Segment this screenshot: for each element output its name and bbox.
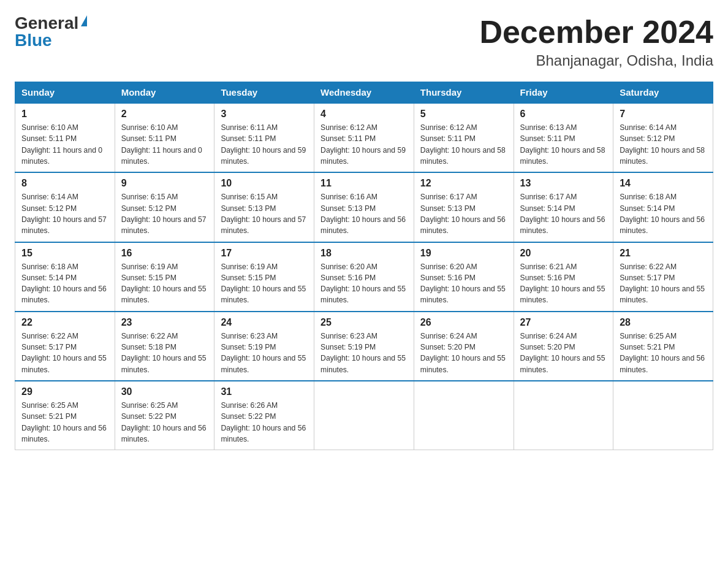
day-info: Sunrise: 6:24 AMSunset: 5:20 PMDaylight:…: [520, 331, 607, 375]
calendar-week-row: 22 Sunrise: 6:22 AMSunset: 5:17 PMDaylig…: [15, 312, 713, 381]
day-info: Sunrise: 6:22 AMSunset: 5:17 PMDaylight:…: [620, 261, 707, 306]
weekday-header-tuesday: Tuesday: [214, 82, 314, 104]
day-number: 25: [320, 317, 408, 328]
day-info: Sunrise: 6:14 AMSunset: 5:12 PMDaylight:…: [21, 191, 108, 236]
day-number: 15: [21, 248, 108, 259]
day-info: Sunrise: 6:26 AMSunset: 5:22 PMDaylight:…: [221, 400, 308, 445]
day-number: 10: [221, 178, 308, 189]
day-info: Sunrise: 6:15 AMSunset: 5:13 PMDaylight:…: [221, 191, 308, 236]
calendar-cell: 7 Sunrise: 6:14 AMSunset: 5:12 PMDayligh…: [613, 103, 713, 172]
day-info: Sunrise: 6:15 AMSunset: 5:12 PMDaylight:…: [121, 191, 208, 236]
day-number: 17: [221, 248, 308, 259]
day-number: 28: [620, 317, 707, 328]
calendar-cell: 25 Sunrise: 6:23 AMSunset: 5:19 PMDaylig…: [314, 312, 414, 381]
logo-general-text: General: [15, 15, 78, 32]
calendar-cell: 14 Sunrise: 6:18 AMSunset: 5:14 PMDaylig…: [613, 172, 713, 242]
calendar-cell: 6 Sunrise: 6:13 AMSunset: 5:11 PMDayligh…: [514, 103, 613, 172]
day-number: 26: [420, 317, 507, 328]
day-number: 8: [21, 178, 108, 189]
calendar-cell: 16 Sunrise: 6:19 AMSunset: 5:15 PMDaylig…: [115, 242, 214, 312]
calendar-cell: 26 Sunrise: 6:24 AMSunset: 5:20 PMDaylig…: [414, 312, 514, 381]
day-info: Sunrise: 6:25 AMSunset: 5:21 PMDaylight:…: [21, 400, 108, 445]
day-info: Sunrise: 6:20 AMSunset: 5:16 PMDaylight:…: [420, 261, 507, 306]
calendar-week-row: 29 Sunrise: 6:25 AMSunset: 5:21 PMDaylig…: [15, 381, 713, 450]
day-number: 20: [520, 248, 607, 259]
day-info: Sunrise: 6:19 AMSunset: 5:15 PMDaylight:…: [121, 261, 208, 306]
day-number: 14: [620, 178, 707, 189]
calendar-cell: 17 Sunrise: 6:19 AMSunset: 5:15 PMDaylig…: [214, 242, 314, 312]
calendar-cell: 12 Sunrise: 6:17 AMSunset: 5:13 PMDaylig…: [414, 172, 514, 242]
calendar-cell: 4 Sunrise: 6:12 AMSunset: 5:11 PMDayligh…: [314, 103, 414, 172]
day-info: Sunrise: 6:12 AMSunset: 5:11 PMDaylight:…: [320, 122, 408, 167]
day-info: Sunrise: 6:18 AMSunset: 5:14 PMDaylight:…: [21, 261, 108, 306]
calendar-cell: 15 Sunrise: 6:18 AMSunset: 5:14 PMDaylig…: [15, 242, 115, 312]
month-title: December 2024: [479, 15, 713, 50]
day-info: Sunrise: 6:17 AMSunset: 5:14 PMDaylight:…: [520, 191, 607, 236]
weekday-header-sunday: Sunday: [15, 82, 115, 104]
calendar-cell: 21 Sunrise: 6:22 AMSunset: 5:17 PMDaylig…: [613, 242, 713, 312]
day-info: Sunrise: 6:11 AMSunset: 5:11 PMDaylight:…: [221, 122, 308, 167]
calendar-cell: 24 Sunrise: 6:23 AMSunset: 5:19 PMDaylig…: [214, 312, 314, 381]
day-info: Sunrise: 6:25 AMSunset: 5:22 PMDaylight:…: [121, 400, 208, 445]
calendar-cell: 23 Sunrise: 6:22 AMSunset: 5:18 PMDaylig…: [115, 312, 214, 381]
day-number: 7: [620, 109, 707, 120]
weekday-header-saturday: Saturday: [613, 82, 713, 104]
calendar-cell: 18 Sunrise: 6:20 AMSunset: 5:16 PMDaylig…: [314, 242, 414, 312]
calendar-cell: 1 Sunrise: 6:10 AMSunset: 5:11 PMDayligh…: [15, 103, 115, 172]
day-number: 23: [121, 317, 208, 328]
page-header: General Blue December 2024 Bhanjanagar, …: [15, 15, 713, 69]
day-number: 6: [520, 109, 607, 120]
calendar-cell: [414, 381, 514, 450]
calendar-table: SundayMondayTuesdayWednesdayThursdayFrid…: [15, 82, 713, 450]
day-info: Sunrise: 6:13 AMSunset: 5:11 PMDaylight:…: [520, 122, 607, 167]
day-info: Sunrise: 6:25 AMSunset: 5:21 PMDaylight:…: [620, 331, 707, 375]
day-number: 21: [620, 248, 707, 259]
day-number: 5: [420, 109, 507, 120]
day-info: Sunrise: 6:22 AMSunset: 5:18 PMDaylight:…: [121, 331, 208, 375]
calendar-week-row: 8 Sunrise: 6:14 AMSunset: 5:12 PMDayligh…: [15, 172, 713, 242]
day-number: 4: [320, 109, 408, 120]
day-number: 27: [520, 317, 607, 328]
day-info: Sunrise: 6:18 AMSunset: 5:14 PMDaylight:…: [620, 191, 707, 236]
calendar-cell: 29 Sunrise: 6:25 AMSunset: 5:21 PMDaylig…: [15, 381, 115, 450]
day-info: Sunrise: 6:12 AMSunset: 5:11 PMDaylight:…: [420, 122, 507, 167]
logo-triangle-icon: [81, 15, 87, 26]
day-info: Sunrise: 6:20 AMSunset: 5:16 PMDaylight:…: [320, 261, 408, 306]
day-number: 2: [121, 109, 208, 120]
day-number: 3: [221, 109, 308, 120]
day-info: Sunrise: 6:24 AMSunset: 5:20 PMDaylight:…: [420, 331, 507, 375]
day-number: 11: [320, 178, 408, 189]
day-info: Sunrise: 6:22 AMSunset: 5:17 PMDaylight:…: [21, 331, 108, 375]
weekday-header-monday: Monday: [115, 82, 214, 104]
calendar-cell: 30 Sunrise: 6:25 AMSunset: 5:22 PMDaylig…: [115, 381, 214, 450]
calendar-cell: 27 Sunrise: 6:24 AMSunset: 5:20 PMDaylig…: [514, 312, 613, 381]
calendar-week-row: 15 Sunrise: 6:18 AMSunset: 5:14 PMDaylig…: [15, 242, 713, 312]
location-title: Bhanjanagar, Odisha, India: [479, 52, 713, 69]
day-number: 13: [520, 178, 607, 189]
calendar-cell: [314, 381, 414, 450]
logo: General Blue: [15, 15, 87, 49]
day-number: 31: [221, 386, 308, 397]
calendar-cell: 19 Sunrise: 6:20 AMSunset: 5:16 PMDaylig…: [414, 242, 514, 312]
day-info: Sunrise: 6:10 AMSunset: 5:11 PMDaylight:…: [21, 122, 108, 167]
calendar-cell: [514, 381, 613, 450]
calendar-cell: 31 Sunrise: 6:26 AMSunset: 5:22 PMDaylig…: [214, 381, 314, 450]
calendar-cell: 8 Sunrise: 6:14 AMSunset: 5:12 PMDayligh…: [15, 172, 115, 242]
calendar-header-row: SundayMondayTuesdayWednesdayThursdayFrid…: [15, 82, 713, 104]
day-info: Sunrise: 6:19 AMSunset: 5:15 PMDaylight:…: [221, 261, 308, 306]
calendar-cell: 28 Sunrise: 6:25 AMSunset: 5:21 PMDaylig…: [613, 312, 713, 381]
day-number: 16: [121, 248, 208, 259]
day-number: 29: [21, 386, 108, 397]
calendar-cell: 5 Sunrise: 6:12 AMSunset: 5:11 PMDayligh…: [414, 103, 514, 172]
day-info: Sunrise: 6:10 AMSunset: 5:11 PMDaylight:…: [121, 122, 208, 167]
calendar-cell: 3 Sunrise: 6:11 AMSunset: 5:11 PMDayligh…: [214, 103, 314, 172]
logo-blue-text: Blue: [15, 32, 52, 49]
calendar-cell: 20 Sunrise: 6:21 AMSunset: 5:16 PMDaylig…: [514, 242, 613, 312]
day-number: 18: [320, 248, 408, 259]
day-number: 22: [21, 317, 108, 328]
day-info: Sunrise: 6:21 AMSunset: 5:16 PMDaylight:…: [520, 261, 607, 306]
day-info: Sunrise: 6:16 AMSunset: 5:13 PMDaylight:…: [320, 191, 408, 236]
day-info: Sunrise: 6:23 AMSunset: 5:19 PMDaylight:…: [221, 331, 308, 375]
calendar-cell: 13 Sunrise: 6:17 AMSunset: 5:14 PMDaylig…: [514, 172, 613, 242]
weekday-header-thursday: Thursday: [414, 82, 514, 104]
